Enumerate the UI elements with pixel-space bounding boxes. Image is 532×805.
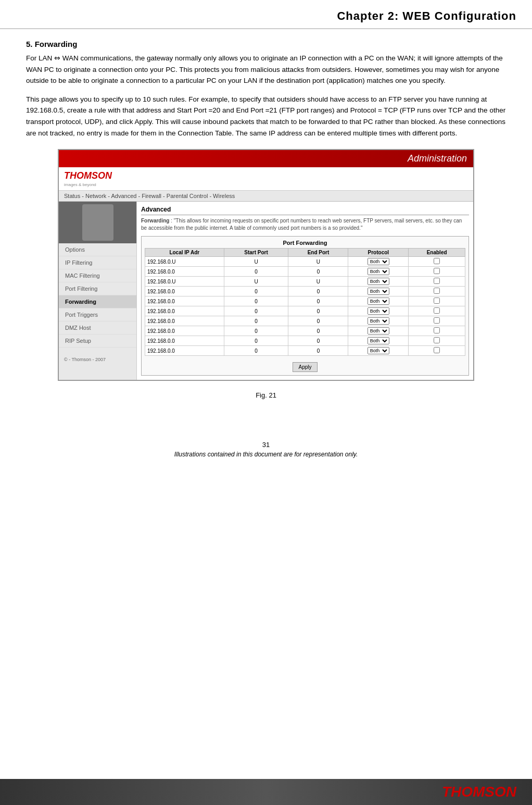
cell-start-port[interactable]: U	[224, 277, 288, 287]
enabled-checkbox[interactable]	[434, 288, 440, 294]
cell-end-port[interactable]: 0	[288, 346, 348, 356]
bottom-thomson-logo: THOMSON	[442, 784, 516, 800]
cell-ip[interactable]: 192.168.0.U	[145, 277, 224, 287]
cell-enabled[interactable]	[409, 326, 465, 336]
cell-enabled[interactable]	[409, 277, 465, 287]
protocol-select[interactable]: BothTCPUDP	[368, 347, 389, 354]
sidebar-item-ip-filtering[interactable]: IP Filtering	[59, 256, 136, 269]
person-avatar	[82, 204, 113, 241]
right-pane-title: Advanced	[141, 206, 469, 215]
desc-label: Forwarding	[141, 218, 169, 224]
footer-note: Illustrations contained in this document…	[26, 451, 506, 458]
cell-protocol[interactable]: BothTCPUDP	[348, 296, 409, 306]
cell-enabled[interactable]	[409, 316, 465, 326]
cell-enabled[interactable]	[409, 287, 465, 296]
protocol-select[interactable]: BothTCPUDP	[368, 288, 389, 295]
enabled-checkbox[interactable]	[434, 337, 440, 343]
sidebar-item-port-filtering[interactable]: Port Filtering	[59, 282, 136, 295]
cell-end-port[interactable]: 0	[288, 267, 348, 277]
table-row: 192.168.0.000BothTCPUDP	[145, 326, 465, 336]
enabled-checkbox[interactable]	[434, 327, 440, 333]
cell-ip[interactable]: 192.168.0.0	[145, 287, 224, 296]
cell-ip[interactable]: 192.168.0.0	[145, 306, 224, 316]
cell-enabled[interactable]	[409, 257, 465, 267]
cell-ip[interactable]: 192.168.0.0	[145, 336, 224, 346]
cell-ip[interactable]: 192.168.0.0	[145, 316, 224, 326]
enabled-checkbox[interactable]	[434, 298, 440, 304]
cell-end-port[interactable]: 0	[288, 336, 348, 346]
cell-end-port[interactable]: U	[288, 277, 348, 287]
cell-protocol[interactable]: BothTCPUDP	[348, 306, 409, 316]
cell-end-port[interactable]: U	[288, 257, 348, 267]
protocol-select[interactable]: BothTCPUDP	[368, 337, 389, 344]
cell-protocol[interactable]: BothTCPUDP	[348, 346, 409, 356]
cell-end-port[interactable]: 0	[288, 287, 348, 296]
table-row: 192.168.0.000BothTCPUDP	[145, 316, 465, 326]
cell-start-port[interactable]: U	[224, 257, 288, 267]
section-title: 5. Forwarding	[26, 40, 506, 48]
enabled-checkbox[interactable]	[434, 278, 440, 284]
protocol-select[interactable]: BothTCPUDP	[368, 298, 389, 305]
table-row: 192.168.0.000BothTCPUDP	[145, 346, 465, 356]
bottom-bar: THOMSON	[0, 779, 532, 805]
sidebar-item-forwarding[interactable]: Forwarding	[59, 295, 136, 308]
protocol-select[interactable]: BothTCPUDP	[368, 278, 389, 285]
cell-start-port[interactable]: 0	[224, 267, 288, 277]
sidebar-item-port-triggers[interactable]: Port Triggers	[59, 308, 136, 321]
cell-ip[interactable]: 192.168.0.0	[145, 267, 224, 277]
enabled-checkbox[interactable]	[434, 307, 440, 314]
cell-start-port[interactable]: 0	[224, 316, 288, 326]
cell-ip[interactable]: 192.168.0.0	[145, 326, 224, 336]
cell-start-port[interactable]: 0	[224, 326, 288, 336]
cell-protocol[interactable]: BothTCPUDP	[348, 287, 409, 296]
enabled-checkbox[interactable]	[434, 268, 440, 274]
protocol-select[interactable]: BothTCPUDP	[368, 327, 389, 335]
nav-text[interactable]: Status - Network - Advanced - Firewall -…	[64, 193, 235, 199]
cell-enabled[interactable]	[409, 336, 465, 346]
cell-protocol[interactable]: BothTCPUDP	[348, 277, 409, 287]
cell-ip[interactable]: 192.168.0.U	[145, 257, 224, 267]
apply-button[interactable]: Apply	[293, 362, 317, 372]
cell-start-port[interactable]: 0	[224, 296, 288, 306]
enabled-checkbox[interactable]	[434, 258, 440, 264]
col-start-port: Start Port	[224, 249, 288, 257]
cell-end-port[interactable]: 0	[288, 306, 348, 316]
sidebar-item-options[interactable]: Options	[59, 243, 136, 256]
cell-end-port[interactable]: 0	[288, 316, 348, 326]
protocol-select[interactable]: BothTCPUDP	[368, 307, 389, 315]
protocol-select[interactable]: BothTCPUDP	[368, 258, 389, 265]
pf-table: Local IP Adr Start Port End Port Protoco…	[145, 248, 465, 356]
cell-protocol[interactable]: BothTCPUDP	[348, 326, 409, 336]
cell-enabled[interactable]	[409, 296, 465, 306]
protocol-select[interactable]: BothTCPUDP	[368, 317, 389, 325]
protocol-select[interactable]: BothTCPUDP	[368, 268, 389, 275]
cell-protocol[interactable]: BothTCPUDP	[348, 267, 409, 277]
cell-start-port[interactable]: 0	[224, 287, 288, 296]
col-end-port: End Port	[288, 249, 348, 257]
cell-protocol[interactable]: BothTCPUDP	[348, 257, 409, 267]
cell-start-port[interactable]: 0	[224, 336, 288, 346]
ui-screenshot: Administration THOMSON images & beyond S…	[58, 149, 474, 381]
nav-bar[interactable]: Status - Network - Advanced - Firewall -…	[59, 191, 473, 202]
enabled-checkbox[interactable]	[434, 347, 440, 353]
cell-enabled[interactable]	[409, 306, 465, 316]
admin-header-bar: Administration	[59, 150, 473, 167]
cell-end-port[interactable]: 0	[288, 296, 348, 306]
enabled-checkbox[interactable]	[434, 317, 440, 324]
sidebar-item-rip-setup[interactable]: RIP Setup	[59, 335, 136, 348]
apply-container: Apply	[145, 359, 465, 372]
cell-end-port[interactable]: 0	[288, 326, 348, 336]
sidebar-item-dmz-host[interactable]: DMZ Host	[59, 321, 136, 335]
description-text: Forwarding : "This allows for incoming r…	[141, 217, 469, 232]
logo-bar: THOMSON images & beyond	[59, 167, 473, 191]
cell-ip[interactable]: 192.168.0.0	[145, 346, 224, 356]
cell-start-port[interactable]: 0	[224, 346, 288, 356]
cell-start-port[interactable]: 0	[224, 306, 288, 316]
sidebar-item-mac-filtering[interactable]: MAC Filtering	[59, 269, 136, 282]
page-number: 31	[26, 441, 506, 449]
cell-ip[interactable]: 192.168.0.0	[145, 296, 224, 306]
cell-protocol[interactable]: BothTCPUDP	[348, 336, 409, 346]
cell-protocol[interactable]: BothTCPUDP	[348, 316, 409, 326]
cell-enabled[interactable]	[409, 267, 465, 277]
cell-enabled[interactable]	[409, 346, 465, 356]
